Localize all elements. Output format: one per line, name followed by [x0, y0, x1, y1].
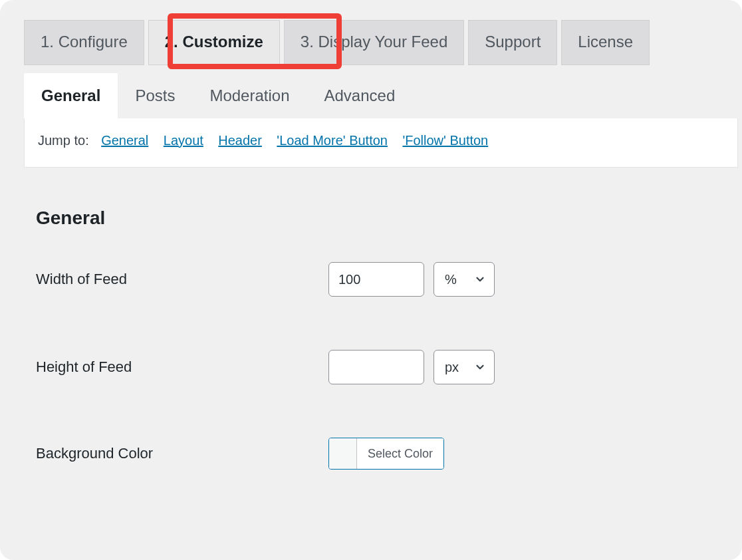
row-bg-color: Background Color Select Color: [36, 438, 742, 470]
jump-link-header[interactable]: Header: [218, 133, 262, 148]
jump-link-follow[interactable]: 'Follow' Button: [402, 133, 488, 148]
section-title-general: General: [36, 208, 742, 229]
color-swatch: [329, 438, 357, 469]
select-height-unit-value: px: [445, 360, 459, 375]
row-width: Width of Feed %: [36, 262, 742, 297]
jump-label: Jump to:: [38, 133, 89, 148]
tab-configure[interactable]: 1. Configure: [24, 20, 144, 65]
chevron-down-icon: [474, 273, 486, 285]
jump-link-layout[interactable]: Layout: [164, 133, 203, 148]
subtab-advanced[interactable]: Advanced: [307, 73, 413, 118]
row-height: Height of Feed px: [36, 350, 742, 384]
subtab-posts[interactable]: Posts: [118, 73, 192, 118]
tab-support[interactable]: Support: [468, 20, 557, 65]
subtab-moderation[interactable]: Moderation: [192, 73, 307, 118]
label-bg-color: Background Color: [36, 445, 328, 462]
input-height[interactable]: [328, 350, 424, 384]
tab-customize[interactable]: 2. Customize: [148, 20, 280, 65]
jump-link-general[interactable]: General: [101, 133, 148, 148]
jump-panel: Jump to: General Layout Header 'Load Mor…: [24, 118, 738, 168]
primary-tabs: 1. Configure 2. Customize 3. Display You…: [24, 20, 742, 65]
color-picker-label: Select Color: [357, 438, 443, 469]
subtab-general[interactable]: General: [24, 73, 118, 118]
select-width-unit[interactable]: %: [433, 262, 495, 297]
select-width-unit-value: %: [445, 272, 457, 287]
chevron-down-icon: [474, 361, 486, 373]
jump-link-loadmore[interactable]: 'Load More' Button: [277, 133, 388, 148]
sub-tabs: General Posts Moderation Advanced: [24, 73, 742, 118]
tab-license[interactable]: License: [561, 20, 650, 65]
tab-display-feed[interactable]: 3. Display Your Feed: [284, 20, 464, 65]
label-width: Width of Feed: [36, 271, 328, 288]
input-width[interactable]: [328, 262, 424, 297]
label-height: Height of Feed: [36, 358, 328, 376]
select-height-unit[interactable]: px: [433, 350, 495, 384]
color-picker[interactable]: Select Color: [328, 438, 444, 470]
